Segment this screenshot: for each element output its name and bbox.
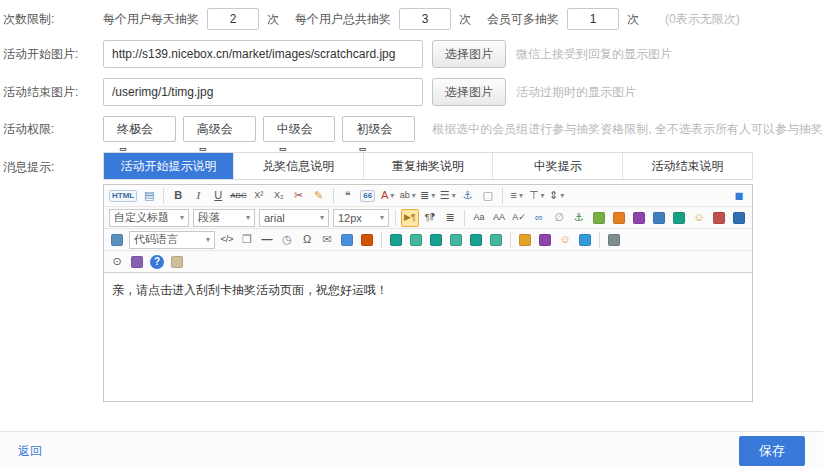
unordered-list-icon[interactable]: ☰▾ xyxy=(439,187,457,205)
font-size-select[interactable]: 12px▾ xyxy=(333,209,389,227)
paragraph-select[interactable]: 段落▾ xyxy=(193,209,255,227)
map-icon[interactable] xyxy=(338,231,356,249)
permission-option-button[interactable]: 中级会员 xyxy=(263,116,336,142)
per-day-input[interactable] xyxy=(207,8,259,30)
eraser-icon[interactable]: ✂ xyxy=(290,187,308,205)
globe-icon[interactable] xyxy=(576,231,594,249)
mail-icon[interactable]: ✉ xyxy=(318,231,336,249)
bold-icon[interactable]: B xyxy=(169,187,187,205)
link-icon[interactable]: ∞ xyxy=(530,209,548,227)
code-template-icon[interactable] xyxy=(108,231,126,249)
table-icon[interactable] xyxy=(670,209,688,227)
subscript-icon[interactable]: X₂ xyxy=(270,187,288,205)
format-brush-icon[interactable]: ✎ xyxy=(310,187,328,205)
flash-icon[interactable] xyxy=(610,209,628,227)
chevron-down-icon: ▾ xyxy=(206,235,210,244)
permission-option-button[interactable]: 高级会员 xyxy=(183,116,256,142)
page-layout-icon[interactable]: ≣ xyxy=(441,209,459,227)
total-input[interactable] xyxy=(399,8,451,30)
letter-case-icon[interactable]: Aa xyxy=(470,209,488,227)
message-tab[interactable]: 活动开始提示说明 xyxy=(104,153,233,179)
start-image-label: 活动开始图片: xyxy=(3,46,103,63)
table-merge-icon[interactable] xyxy=(447,231,465,249)
clipboard-icon[interactable]: ❐ xyxy=(238,231,256,249)
uppercase-icon[interactable]: AA xyxy=(490,209,508,227)
help-icon[interactable]: ? xyxy=(148,253,166,271)
chevron-down-icon: ▾ xyxy=(452,191,456,200)
strikethrough-icon[interactable]: ABC xyxy=(229,187,247,205)
paste-plain-icon[interactable] xyxy=(168,253,186,271)
ordered-list-icon[interactable]: ≣▾ xyxy=(419,187,437,205)
source-code-icon[interactable]: </> xyxy=(218,231,236,249)
anchor-icon[interactable]: ⚓ xyxy=(459,187,477,205)
editor-content[interactable]: 亲，请点击进入刮刮卡抽奖活动页面，祝您好运哦！ xyxy=(104,273,752,401)
back-link[interactable]: 返回 xyxy=(18,443,42,460)
start-image-input[interactable] xyxy=(103,40,423,68)
message-tab[interactable]: 活动结束说明 xyxy=(622,153,752,179)
emoticon-icon[interactable]: ☺ xyxy=(690,209,708,227)
emoticon-2-icon[interactable]: ☺ xyxy=(556,231,574,249)
align-left-icon[interactable]: ≡▾ xyxy=(508,187,526,205)
total-label: 每个用户总共抽奖 xyxy=(295,11,391,28)
find-icon[interactable]: ⊙ xyxy=(108,253,126,271)
rich-text-editor: HTML▤BIUABCX²X₂✂✎❝66A▾ab▾≣▾☰▾⚓▢≡▾⊤▾⇕▾◼自定… xyxy=(103,184,753,402)
member-extra-input[interactable] xyxy=(567,8,619,30)
end-image-input[interactable] xyxy=(103,78,423,106)
start-image-pick-button[interactable]: 选择图片 xyxy=(432,40,506,68)
toolbar-separator xyxy=(510,232,511,248)
superscript-icon[interactable]: X² xyxy=(250,187,268,205)
highlight-color-icon[interactable]: ab▾ xyxy=(399,187,417,205)
media-icon[interactable] xyxy=(630,209,648,227)
table-delete-icon[interactable] xyxy=(487,231,505,249)
fullscreen-icon[interactable]: ◼ xyxy=(730,187,748,205)
media-plugin-icon[interactable]: ▶¶ xyxy=(401,209,419,227)
font-color-icon[interactable]: A▾ xyxy=(379,187,397,205)
underline-icon[interactable]: U xyxy=(209,187,227,205)
spellcheck-icon[interactable]: A✓ xyxy=(510,209,528,227)
omega-icon[interactable]: Ω xyxy=(298,231,316,249)
message-tab[interactable]: 中奖提示 xyxy=(492,153,622,179)
anchor-green-icon[interactable]: ⚓ xyxy=(570,209,588,227)
chevron-down-icon: ▾ xyxy=(246,213,250,222)
member-extra-label: 会员可多抽奖 xyxy=(487,11,559,28)
per-day-unit: 次 xyxy=(267,11,279,28)
italic-icon[interactable]: I xyxy=(189,187,207,205)
web-image-icon[interactable] xyxy=(710,209,728,227)
chevron-down-icon: ▾ xyxy=(380,213,384,222)
end-image-pick-button[interactable]: 选择图片 xyxy=(432,78,506,106)
message-tab[interactable]: 重复抽奖说明 xyxy=(363,153,493,179)
paragraph-icon[interactable]: ¶⁋ xyxy=(421,209,439,227)
clock-icon[interactable]: ◷ xyxy=(278,231,296,249)
permission-option-button[interactable]: 初级会员 xyxy=(342,116,415,142)
table-insert-icon[interactable] xyxy=(387,231,405,249)
table-row-icon[interactable] xyxy=(407,231,425,249)
custom-title-select[interactable]: 自定义标题▾ xyxy=(109,209,189,227)
valign-top-icon[interactable]: ⊤▾ xyxy=(528,187,546,205)
total-unit: 次 xyxy=(459,11,471,28)
quote-icon[interactable]: ❝ xyxy=(339,187,357,205)
save-button[interactable]: 保存 xyxy=(739,436,805,466)
blockquote-icon[interactable]: 66 xyxy=(359,187,377,205)
table-split-icon[interactable] xyxy=(467,231,485,249)
table-col-icon[interactable] xyxy=(427,231,445,249)
html-source-icon[interactable]: HTML xyxy=(108,187,138,205)
unlink-icon[interactable]: ∅ xyxy=(550,209,568,227)
replace-icon[interactable] xyxy=(128,253,146,271)
blue-page-icon[interactable] xyxy=(730,209,748,227)
preview-icon[interactable]: ▤ xyxy=(140,187,158,205)
layout-icon[interactable] xyxy=(536,231,554,249)
hr-icon[interactable]: — xyxy=(258,231,276,249)
template-icon[interactable] xyxy=(516,231,534,249)
font-family-select[interactable]: arial▾ xyxy=(259,209,329,227)
new-page-icon[interactable]: ▢ xyxy=(479,187,497,205)
code-language-select[interactable]: 代码语言▾ xyxy=(129,231,215,249)
image-icon[interactable] xyxy=(590,209,608,227)
baidu-map-icon[interactable] xyxy=(358,231,376,249)
line-height-icon[interactable]: ⇕▾ xyxy=(548,187,566,205)
print-icon[interactable] xyxy=(605,231,623,249)
message-tab[interactable]: 兑奖信息说明 xyxy=(233,153,363,179)
attachment-icon[interactable] xyxy=(650,209,668,227)
permission-option-button[interactable]: 终极会员 xyxy=(103,116,176,142)
limit-label: 次数限制: xyxy=(3,11,103,28)
start-image-row: 活动开始图片: 选择图片 微信上接受到回复的显示图片 xyxy=(0,40,823,68)
